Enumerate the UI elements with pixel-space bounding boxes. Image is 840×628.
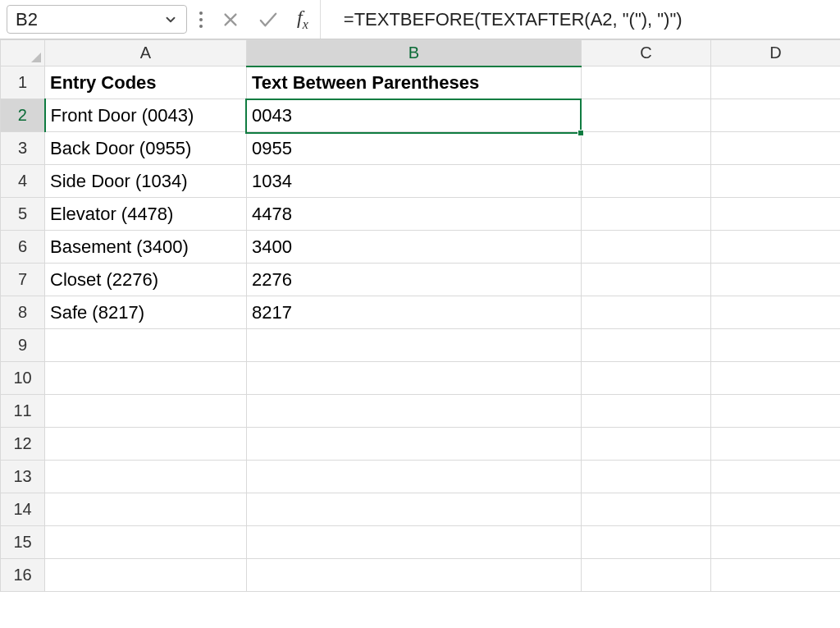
cell-D1[interactable] — [711, 66, 841, 99]
svg-point-2 — [199, 25, 203, 28]
row-header-10[interactable]: 10 — [1, 362, 45, 395]
cell-B11[interactable] — [247, 395, 582, 428]
cell-B14[interactable] — [247, 493, 582, 526]
cell-C7[interactable] — [582, 264, 711, 296]
formula-input[interactable]: =TEXTBEFORE(TEXTAFTER(A2, "("), ")") — [320, 0, 840, 39]
cell-D4[interactable] — [711, 165, 841, 198]
cell-D6[interactable] — [711, 231, 841, 264]
cell-B4[interactable]: 1034 — [247, 165, 582, 198]
cancel-icon[interactable] — [221, 11, 240, 29]
cell-B10[interactable] — [247, 362, 582, 395]
cell-B12[interactable] — [247, 428, 582, 461]
cell-C13[interactable] — [582, 461, 711, 493]
cell-A15[interactable] — [45, 526, 247, 559]
name-box-value: B2 — [16, 9, 38, 30]
cell-A5[interactable]: Elevator (4478) — [45, 198, 247, 231]
cell-D15[interactable] — [711, 526, 841, 559]
cell-C1[interactable] — [582, 66, 711, 99]
cell-A16[interactable] — [45, 559, 247, 592]
cell-D7[interactable] — [711, 264, 841, 296]
row-header-2[interactable]: 2 — [1, 99, 45, 132]
cell-A11[interactable] — [45, 395, 247, 428]
cell-D3[interactable] — [711, 132, 841, 165]
row-header-8[interactable]: 8 — [1, 296, 45, 329]
row-header-15[interactable]: 15 — [1, 526, 45, 559]
cell-D14[interactable] — [711, 493, 841, 526]
formula-bar-buttons: fx — [194, 0, 320, 39]
row-header-1[interactable]: 1 — [1, 66, 45, 99]
select-all-corner[interactable] — [1, 40, 45, 66]
cell-D11[interactable] — [711, 395, 841, 428]
col-header-B[interactable]: B — [247, 40, 582, 66]
row-header-12[interactable]: 12 — [1, 428, 45, 461]
cell-B5[interactable]: 4478 — [247, 198, 582, 231]
spreadsheet-grid[interactable]: A B C D 1Entry CodesText Between Parenth… — [0, 39, 840, 592]
cell-D9[interactable] — [711, 329, 841, 362]
row-header-5[interactable]: 5 — [1, 198, 45, 231]
cell-B7[interactable]: 2276 — [247, 264, 582, 296]
row-header-4[interactable]: 4 — [1, 165, 45, 198]
row-header-3[interactable]: 3 — [1, 132, 45, 165]
svg-point-1 — [199, 18, 203, 21]
cell-B13[interactable] — [247, 461, 582, 493]
enter-icon[interactable] — [258, 11, 279, 29]
row-header-7[interactable]: 7 — [1, 264, 45, 296]
cell-A6[interactable]: Basement (3400) — [45, 231, 247, 264]
cell-D10[interactable] — [711, 362, 841, 395]
cell-B8[interactable]: 8217 — [247, 296, 582, 329]
cell-B15[interactable] — [247, 526, 582, 559]
cell-C5[interactable] — [582, 198, 711, 231]
cell-A12[interactable] — [45, 428, 247, 461]
cell-A13[interactable] — [45, 461, 247, 493]
row-header-14[interactable]: 14 — [1, 493, 45, 526]
cell-A1[interactable]: Entry Codes — [45, 66, 247, 99]
col-header-D[interactable]: D — [711, 40, 841, 66]
chevron-down-icon[interactable] — [163, 12, 178, 27]
cell-A14[interactable] — [45, 493, 247, 526]
cell-C15[interactable] — [582, 526, 711, 559]
row-header-13[interactable]: 13 — [1, 461, 45, 493]
cell-B6[interactable]: 3400 — [247, 231, 582, 264]
cell-C11[interactable] — [582, 395, 711, 428]
cell-D5[interactable] — [711, 198, 841, 231]
cell-C2[interactable] — [582, 99, 711, 132]
cell-A2[interactable]: Front Door (0043) — [45, 99, 247, 132]
col-header-A[interactable]: A — [45, 40, 247, 66]
col-header-C[interactable]: C — [582, 40, 711, 66]
cell-B3[interactable]: 0955 — [247, 132, 582, 165]
fx-icon[interactable]: fx — [297, 7, 308, 32]
cell-D16[interactable] — [711, 559, 841, 592]
cell-D2[interactable] — [711, 99, 841, 132]
cell-C14[interactable] — [582, 493, 711, 526]
more-icon[interactable] — [199, 11, 203, 29]
cell-B2[interactable]: 0043 — [247, 99, 582, 132]
cell-B16[interactable] — [247, 559, 582, 592]
cell-C8[interactable] — [582, 296, 711, 329]
cell-A7[interactable]: Closet (2276) — [45, 264, 247, 296]
cell-A10[interactable] — [45, 362, 247, 395]
cell-D8[interactable] — [711, 296, 841, 329]
cell-A8[interactable]: Safe (8217) — [45, 296, 247, 329]
cell-B1[interactable]: Text Between Parentheses — [247, 66, 582, 99]
cell-A3[interactable]: Back Door (0955) — [45, 132, 247, 165]
row-header-9[interactable]: 9 — [1, 329, 45, 362]
cell-D12[interactable] — [711, 428, 841, 461]
formula-text: =TEXTBEFORE(TEXTAFTER(A2, "("), ")") — [344, 9, 682, 30]
row-header-6[interactable]: 6 — [1, 231, 45, 264]
cell-C9[interactable] — [582, 329, 711, 362]
cell-D13[interactable] — [711, 461, 841, 493]
name-box[interactable]: B2 — [7, 5, 187, 34]
cell-C6[interactable] — [582, 231, 711, 264]
cell-C12[interactable] — [582, 428, 711, 461]
cell-B9[interactable] — [247, 329, 582, 362]
svg-point-0 — [199, 11, 203, 15]
row-header-16[interactable]: 16 — [1, 559, 45, 592]
cell-A4[interactable]: Side Door (1034) — [45, 165, 247, 198]
cell-A9[interactable] — [45, 329, 247, 362]
cell-C16[interactable] — [582, 559, 711, 592]
cell-C10[interactable] — [582, 362, 711, 395]
row-header-11[interactable]: 11 — [1, 395, 45, 428]
cell-C4[interactable] — [582, 165, 711, 198]
fill-handle[interactable] — [578, 130, 584, 136]
cell-C3[interactable] — [582, 132, 711, 165]
